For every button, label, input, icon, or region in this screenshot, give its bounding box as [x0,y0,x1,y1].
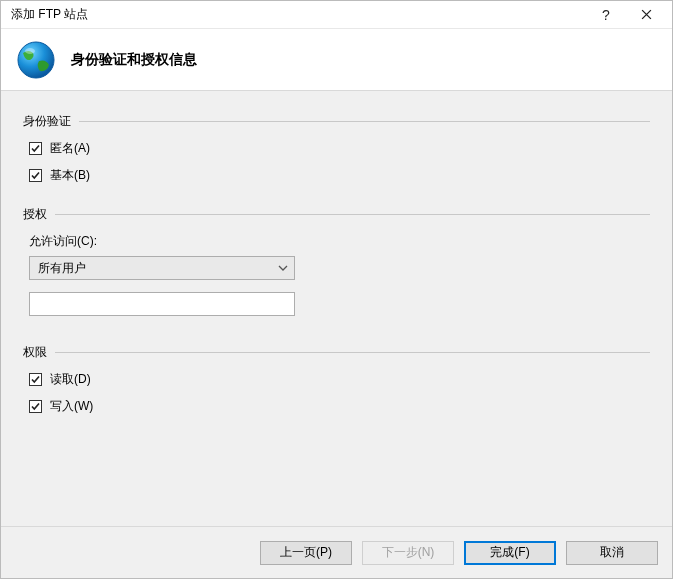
button-label: 下一步(N) [382,544,435,561]
checkbox-checked-icon [29,373,42,386]
window-title: 添加 FTP 站点 [11,6,586,23]
write-checkbox-row[interactable]: 写入(W) [29,398,650,415]
basic-checkbox-row[interactable]: 基本(B) [29,167,650,184]
next-button: 下一步(N) [362,541,454,565]
cancel-button[interactable]: 取消 [566,541,658,565]
anonymous-checkbox-row[interactable]: 匿名(A) [29,140,650,157]
checkbox-checked-icon [29,400,42,413]
permissions-group: 权限 读取(D) 写入(W) [23,344,650,415]
close-icon [641,9,652,20]
group-divider [55,352,650,353]
globe-icon [15,39,57,81]
authentication-group-label: 身份验证 [23,113,650,130]
basic-label: 基本(B) [50,167,90,184]
allow-access-dropdown[interactable]: 所有用户 [29,256,295,280]
dropdown-selected-value: 所有用户 [38,260,86,277]
titlebar: 添加 FTP 站点 ? [1,1,672,29]
wizard-button-bar: 上一页(P) 下一步(N) 完成(F) 取消 [1,526,672,578]
wizard-header: 身份验证和授权信息 [1,29,672,91]
group-label-text: 身份验证 [23,113,71,130]
group-divider [55,214,650,215]
group-label-text: 权限 [23,344,47,361]
svg-point-0 [18,42,54,78]
wizard-content: 身份验证 匿名(A) 基本(B) 授权 允许访问(C): 所有用户 [1,91,672,526]
permissions-group-label: 权限 [23,344,650,361]
page-heading: 身份验证和授权信息 [71,51,197,69]
authorization-group-label: 授权 [23,206,650,223]
authorization-group: 授权 允许访问(C): 所有用户 [23,206,650,322]
anonymous-label: 匿名(A) [50,140,90,157]
write-label: 写入(W) [50,398,93,415]
checkbox-checked-icon [29,169,42,182]
button-label: 上一页(P) [280,544,332,561]
authentication-group: 身份验证 匿名(A) 基本(B) [23,113,650,184]
previous-button[interactable]: 上一页(P) [260,541,352,565]
group-label-text: 授权 [23,206,47,223]
svg-point-1 [25,48,35,54]
specific-users-input[interactable] [29,292,295,316]
group-divider [79,121,650,122]
close-button[interactable] [626,2,666,28]
help-button[interactable]: ? [586,2,626,28]
read-label: 读取(D) [50,371,91,388]
finish-button[interactable]: 完成(F) [464,541,556,565]
allow-access-label: 允许访问(C): [29,233,650,250]
button-label: 取消 [600,544,624,561]
read-checkbox-row[interactable]: 读取(D) [29,371,650,388]
chevron-down-icon [278,265,288,271]
button-label: 完成(F) [490,544,529,561]
checkbox-checked-icon [29,142,42,155]
